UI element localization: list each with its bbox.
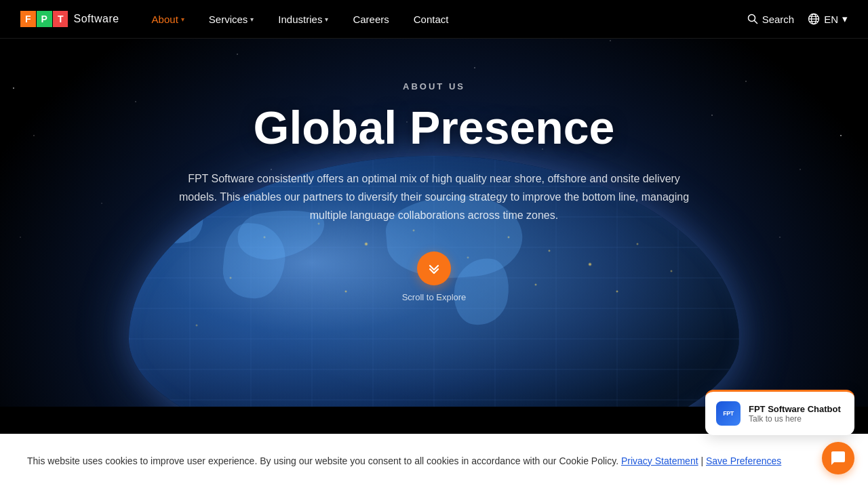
chatbot-widget: FPT FPT Software Chatbot Talk to us here bbox=[705, 390, 854, 474]
fpt-logo-icon: FPT bbox=[20, 11, 68, 27]
chatbot-card[interactable]: FPT FPT Software Chatbot Talk to us here bbox=[705, 390, 854, 435]
chatbot-name: FPT Software Chatbot bbox=[749, 404, 841, 414]
logo-text: Software bbox=[73, 13, 119, 25]
logo[interactable]: FPT Software bbox=[20, 11, 119, 27]
scroll-label: Scroll to Explore bbox=[402, 292, 467, 302]
chat-icon bbox=[830, 450, 846, 466]
chatbot-subtitle: Talk to us here bbox=[749, 414, 841, 424]
nav-item-careers[interactable]: Careers bbox=[340, 0, 401, 39]
hero-title: Global Presence bbox=[0, 102, 868, 153]
hero-content: ABOUT US Global Presence FPT Software co… bbox=[0, 0, 868, 302]
chevron-down-icon: ▾ bbox=[842, 13, 848, 25]
hero-description: FPT Software consistently offers an opti… bbox=[170, 169, 698, 225]
hero-eyebrow: ABOUT US bbox=[0, 81, 868, 92]
chatbot-open-button[interactable] bbox=[822, 442, 854, 474]
scroll-section: Scroll to Explore bbox=[0, 251, 868, 302]
search-button[interactable]: Search bbox=[747, 14, 795, 25]
nav-item-about[interactable]: About ▾ bbox=[140, 0, 197, 39]
main-nav: About ▾ Services ▾ Industries ▾ Careers … bbox=[140, 0, 747, 39]
chatbot-info: FPT Software Chatbot Talk to us here bbox=[749, 404, 841, 424]
nav-item-services[interactable]: Services ▾ bbox=[197, 0, 267, 39]
hero-section: ABOUT US Global Presence FPT Software co… bbox=[0, 0, 868, 407]
chevron-down-icon: ▾ bbox=[181, 16, 184, 23]
nav-item-industries[interactable]: Industries ▾ bbox=[266, 0, 340, 39]
nav-item-contact[interactable]: Contact bbox=[401, 0, 461, 39]
privacy-statement-link[interactable]: Privacy Statement bbox=[621, 455, 698, 466]
svg-line-1 bbox=[754, 21, 757, 24]
chevron-down-icon: ▾ bbox=[250, 16, 254, 23]
search-icon bbox=[747, 14, 758, 24]
globe-icon bbox=[808, 13, 820, 25]
navbar-right: Search EN ▾ bbox=[747, 13, 848, 25]
chatbot-logo: FPT bbox=[716, 401, 741, 426]
language-selector[interactable]: EN ▾ bbox=[808, 13, 848, 25]
navbar: FPT Software About ▾ Services ▾ Industri… bbox=[0, 0, 868, 39]
scroll-to-explore-button[interactable] bbox=[417, 251, 451, 285]
double-chevron-down-icon bbox=[427, 261, 441, 276]
chevron-down-icon: ▾ bbox=[325, 16, 328, 23]
